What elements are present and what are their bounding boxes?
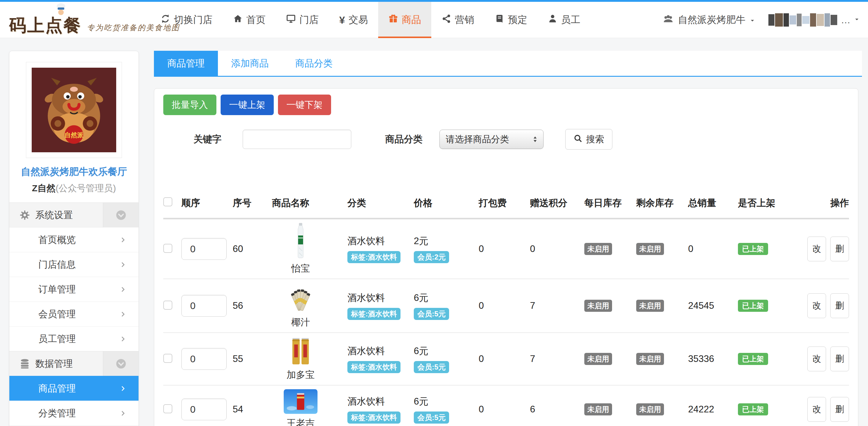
store-switcher-dropdown[interactable]: 自然派炭烤肥牛 <box>663 13 755 27</box>
nav-item-staff[interactable]: 员工 <box>537 2 591 38</box>
tab-add-product[interactable]: 添加商品 <box>218 51 282 76</box>
header-on-shelf: 是否上架 <box>738 197 807 209</box>
pack-fee-value: 0 <box>479 404 530 415</box>
nav-item-marketing[interactable]: 营销 <box>431 2 485 38</box>
row-checkbox[interactable] <box>163 354 172 363</box>
header-gift-points: 赠送积分 <box>530 197 584 209</box>
order-input[interactable] <box>181 348 227 370</box>
nav-item-label: 门店 <box>300 13 319 27</box>
delete-button[interactable]: 删 <box>830 346 849 371</box>
bulk-action-toolbar: 批量导入 一键上架 一键下架 <box>163 94 849 115</box>
top-navbar: 码上点餐 专为吃货准备的美食地图 切换门店 首页 门店 ¥ 交易 商品 营销 <box>0 0 868 38</box>
sidebar-item-member-management[interactable]: 会员管理 <box>9 302 138 326</box>
tab-product-management[interactable]: 商品管理 <box>154 51 218 76</box>
nav-item-home[interactable]: 首页 <box>223 2 276 38</box>
filter-bar: 关键字 商品分类 请选择商品分类 搜索 <box>163 129 849 149</box>
row-checkbox[interactable] <box>163 244 172 253</box>
pack-fee-value: 0 <box>479 244 530 254</box>
product-name: 怡宝 <box>291 262 310 275</box>
batch-offshelf-button[interactable]: 一键下架 <box>278 94 331 115</box>
delete-button[interactable]: 删 <box>830 236 849 261</box>
menu-item-label: 首页概览 <box>38 233 76 246</box>
select-double-caret-icon <box>531 135 539 143</box>
delete-button[interactable]: 删 <box>830 397 849 422</box>
menu-item-label: 员工管理 <box>38 333 76 345</box>
gear-icon <box>20 210 30 220</box>
operator-name: Z自然 <box>32 183 56 193</box>
nav-item-products[interactable]: 商品 <box>378 2 431 38</box>
header-price: 价格 <box>414 197 479 209</box>
edit-button[interactable]: 改 <box>807 293 826 318</box>
row-checkbox[interactable] <box>163 404 172 413</box>
sidebar-section-system-settings[interactable]: 系统设置 <box>9 202 138 227</box>
search-button[interactable]: 搜索 <box>565 129 612 149</box>
header-actions: 操作 <box>807 197 849 209</box>
chevron-down-circle-icon[interactable] <box>103 203 138 227</box>
nav-item-label: 预定 <box>508 13 527 27</box>
member-price-badge: 会员:5元 <box>414 411 449 424</box>
user-menu-dropdown[interactable]: … <box>768 13 860 27</box>
member-price-badge: 会员:5元 <box>414 361 449 373</box>
shop-name[interactable]: 自然派炭烤肥牛欢乐餐厅 <box>9 165 138 178</box>
order-input[interactable] <box>181 238 227 260</box>
table-row: 55 加多宝 酒水饮料 标签:酒水饮料 6元 会员:5元 0 7 未 <box>163 333 849 386</box>
remaining-stock-badge: 未启用 <box>636 243 664 255</box>
nav-item-stores[interactable]: 门店 <box>276 2 329 38</box>
nav-item-switch-store[interactable]: 切换门店 <box>150 2 223 38</box>
chevron-right-icon <box>119 410 126 417</box>
edit-button[interactable]: 改 <box>807 346 826 371</box>
table-header-row: 顺序 序号 商品名称 分类 价格 打包费 赠送积分 每日库存 剩余库存 总销量 … <box>163 193 849 219</box>
product-category: 酒水饮料 <box>347 395 385 408</box>
sidebar-item-order-management[interactable]: 订单管理 <box>9 277 138 302</box>
category-select-value: 请选择商品分类 <box>446 133 509 146</box>
menu-item-label: 分类管理 <box>38 407 76 420</box>
person-icon <box>548 14 557 26</box>
status-badge: 已上架 <box>738 353 768 365</box>
daily-stock-badge: 未启用 <box>584 243 612 255</box>
edit-button[interactable]: 改 <box>807 236 826 261</box>
nav-item-transactions[interactable]: ¥ 交易 <box>329 2 378 38</box>
menu-item-label: 门店信息 <box>38 258 76 271</box>
daily-stock-badge: 未启用 <box>584 353 612 365</box>
batch-onshelf-button[interactable]: 一键上架 <box>221 94 274 115</box>
sidebar-item-store-info[interactable]: 门店信息 <box>9 252 138 277</box>
sidebar-item-home-overview[interactable]: 首页概览 <box>9 227 138 252</box>
keyword-input[interactable] <box>243 130 351 149</box>
nav-item-label: 首页 <box>246 13 266 27</box>
product-price: 6元 <box>414 345 428 358</box>
nav-item-reservations[interactable]: 预定 <box>485 2 537 38</box>
tab-product-categories[interactable]: 商品分类 <box>282 51 346 76</box>
product-category: 酒水饮料 <box>347 291 385 304</box>
gift-points-value: 7 <box>530 353 584 364</box>
status-badge: 已上架 <box>738 403 768 416</box>
chevron-down-circle-icon[interactable] <box>103 351 138 376</box>
sidebar-item-category-management[interactable]: 分类管理 <box>9 401 138 425</box>
menu-item-label: 订单管理 <box>38 283 76 296</box>
menu-item-label: 会员管理 <box>38 308 76 320</box>
chevron-right-icon <box>119 236 126 244</box>
table-row: 56 椰汁 酒水饮料 标签:酒水饮料 <box>163 279 849 333</box>
total-sales-value: 24222 <box>688 404 738 415</box>
order-input[interactable] <box>181 295 227 317</box>
logo-title: 码上点餐 <box>9 17 82 34</box>
chevron-right-icon <box>119 311 126 318</box>
select-all-checkbox[interactable] <box>163 197 172 206</box>
category-select[interactable]: 请选择商品分类 <box>439 130 544 149</box>
delete-button[interactable]: 删 <box>830 293 849 318</box>
sidebar-item-product-management[interactable]: 商品管理 <box>9 376 138 401</box>
database-icon <box>20 359 30 369</box>
product-seq: 60 <box>233 244 272 254</box>
sidebar-section-data-management[interactable]: 数据管理 <box>9 351 138 376</box>
nav-item-label: 切换门店 <box>174 13 213 27</box>
search-button-label: 搜索 <box>586 133 604 146</box>
product-image-coconut-cans <box>283 283 318 314</box>
sidebar-item-staff-management[interactable]: 员工管理 <box>9 326 138 351</box>
batch-import-button[interactable]: 批量导入 <box>163 94 216 115</box>
store-switcher-label: 自然派炭烤肥牛 <box>678 13 745 27</box>
sidebar: 自然派 自然派炭烤肥牛欢乐餐厅 Z自然(公众号管理员) 系统设置 首页概览 门店… <box>9 51 139 426</box>
member-price-badge: 会员:5元 <box>414 308 449 320</box>
edit-button[interactable]: 改 <box>807 397 826 422</box>
row-checkbox[interactable] <box>163 301 172 310</box>
order-input[interactable] <box>181 398 227 420</box>
product-image-water-bottle <box>294 223 307 260</box>
